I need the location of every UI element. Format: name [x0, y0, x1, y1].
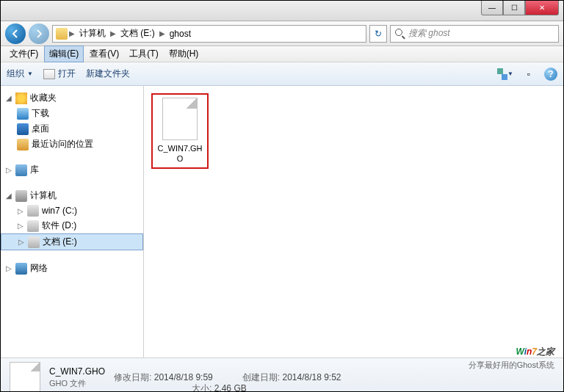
- tree-recent[interactable]: 最近访问的位置: [1, 137, 143, 152]
- menu-edit[interactable]: 编辑(E): [44, 46, 84, 62]
- file-icon: [162, 98, 198, 140]
- tree-label: 下载: [32, 107, 49, 120]
- drive-icon: [28, 236, 40, 248]
- tree-computer[interactable]: ◢ 计算机: [1, 188, 143, 203]
- library-icon: [15, 164, 27, 176]
- tree-downloads[interactable]: 下载: [1, 106, 143, 121]
- view-options-button[interactable]: ▼: [497, 68, 513, 81]
- folder-icon: [56, 28, 68, 40]
- chevron-right-icon[interactable]: ▶: [69, 29, 75, 37]
- navigation-bar: ▶ 计算机 ▶ 文档 (E:) ▶ ghost ↻ 搜索 ghost: [1, 21, 563, 46]
- tree-label: 最近访问的位置: [32, 138, 93, 150]
- details-size-label: 大小:: [192, 383, 212, 392]
- tree-label: 软件 (D:): [42, 219, 76, 232]
- tree-libraries[interactable]: ▷ 库: [1, 162, 143, 178]
- expand-icon[interactable]: ▷: [17, 222, 24, 230]
- details-modified-value: 2014/8/18 9:59: [154, 372, 213, 382]
- expand-icon[interactable]: ▷: [5, 264, 12, 272]
- tree-favorites[interactable]: ◢ 收藏夹: [1, 90, 143, 106]
- menu-view[interactable]: 查看(V): [85, 46, 123, 62]
- document-icon: [43, 69, 55, 79]
- view-icon: [497, 68, 507, 80]
- minimize-button[interactable]: —: [481, 1, 503, 15]
- window-titlebar: — ☐ ✕: [1, 1, 563, 21]
- address-bar[interactable]: ▶ 计算机 ▶ 文档 (E:) ▶ ghost: [52, 25, 366, 43]
- collapse-icon[interactable]: ◢: [5, 94, 12, 102]
- help-button[interactable]: ?: [544, 68, 557, 81]
- menu-tools[interactable]: 工具(T): [125, 46, 162, 62]
- new-folder-button[interactable]: 新建文件夹: [86, 68, 130, 80]
- star-icon: [15, 92, 27, 104]
- breadcrumb-item[interactable]: 文档 (E:): [118, 26, 158, 41]
- preview-pane-button[interactable]: ▫: [521, 68, 537, 81]
- expand-icon[interactable]: ▷: [5, 166, 12, 174]
- search-input[interactable]: 搜索 ghost: [390, 25, 559, 43]
- tree-label: win7 (C:): [42, 206, 77, 216]
- organize-button[interactable]: 组织 ▼: [7, 68, 33, 80]
- tree-label: 库: [30, 164, 39, 176]
- tree-desktop[interactable]: 桌面: [1, 121, 143, 137]
- toolbar: 组织 ▼ 打开 新建文件夹 ▼ ▫ ?: [1, 62, 563, 86]
- network-icon: [15, 263, 27, 275]
- details-modified-label: 修改日期:: [114, 372, 151, 382]
- details-filetype: GHO 文件: [49, 378, 105, 389]
- maximize-button[interactable]: ☐: [503, 1, 525, 15]
- search-placeholder: 搜索 ghost: [408, 27, 450, 40]
- details-created-value: 2014/8/18 9:52: [282, 372, 341, 382]
- expand-icon[interactable]: ▷: [17, 207, 24, 215]
- details-size-value: 2.46 GB: [214, 383, 247, 392]
- tree-label: 网络: [30, 262, 48, 275]
- desktop-icon: [17, 123, 29, 135]
- chevron-right-icon[interactable]: ▶: [110, 29, 116, 37]
- tree-drive-c[interactable]: ▷win7 (C:): [1, 203, 143, 218]
- chevron-down-icon: ▼: [27, 70, 33, 77]
- file-name: C_WIN7.GHO: [156, 143, 204, 164]
- back-button[interactable]: [5, 23, 26, 44]
- tree-label: 文档 (E:): [43, 236, 77, 248]
- open-button[interactable]: 打开: [43, 68, 76, 80]
- file-list[interactable]: C_WIN7.GHO: [144, 86, 563, 357]
- menu-bar: 文件(F) 编辑(E) 查看(V) 工具(T) 帮助(H): [1, 46, 563, 62]
- tree-label: 计算机: [30, 189, 57, 202]
- chevron-down-icon: ▼: [507, 70, 513, 77]
- downloads-icon: [17, 108, 29, 120]
- search-icon: [395, 29, 405, 39]
- menu-file[interactable]: 文件(F): [5, 46, 43, 62]
- computer-icon: [15, 190, 27, 202]
- forward-button[interactable]: [29, 23, 49, 44]
- menu-help[interactable]: 帮助(H): [164, 46, 203, 62]
- recent-icon: [17, 139, 29, 150]
- expand-icon[interactable]: ▷: [18, 238, 25, 246]
- details-pane: C_WIN7.GHO GHO 文件 修改日期: 2014/8/18 9:59 创…: [1, 357, 563, 392]
- tree-label: 桌面: [32, 123, 49, 135]
- collapse-icon[interactable]: ◢: [5, 192, 12, 200]
- tree-label: 收藏夹: [30, 92, 57, 104]
- drive-icon: [27, 220, 39, 232]
- breadcrumb-item[interactable]: 计算机: [76, 26, 109, 41]
- close-button[interactable]: ✕: [525, 1, 559, 15]
- details-filename: C_WIN7.GHO: [49, 366, 105, 377]
- tree-network[interactable]: ▷ 网络: [1, 261, 143, 276]
- navigation-pane: ◢ 收藏夹 下载 桌面 最近访问的位置 ▷ 库 ◢ 计算机 ▷win7 (C:)…: [1, 86, 144, 357]
- drive-icon: [27, 205, 39, 217]
- file-item[interactable]: C_WIN7.GHO: [151, 93, 209, 169]
- file-icon: [10, 362, 40, 393]
- chevron-right-icon[interactable]: ▶: [159, 29, 165, 37]
- breadcrumb-item[interactable]: ghost: [167, 27, 194, 40]
- details-created-label: 创建日期:: [242, 372, 280, 382]
- tree-drive-e[interactable]: ▷文档 (E:): [1, 233, 143, 250]
- refresh-button[interactable]: ↻: [369, 25, 387, 43]
- tree-drive-d[interactable]: ▷软件 (D:): [1, 218, 143, 233]
